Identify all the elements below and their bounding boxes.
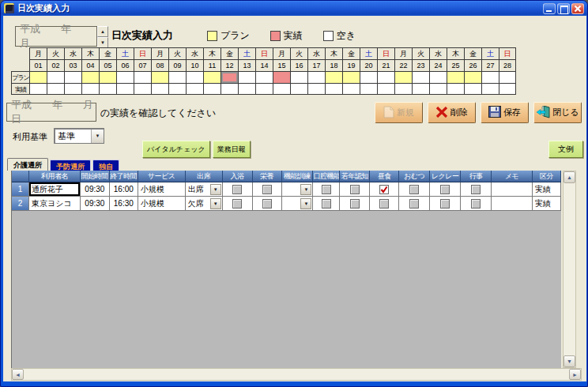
calendar-plan-cell[interactable] bbox=[394, 71, 412, 83]
scroll-left-icon[interactable]: ◄ bbox=[12, 369, 24, 380]
calendar-date-cell[interactable]: 28 bbox=[499, 59, 516, 71]
tab-0[interactable]: 介護通所 bbox=[7, 158, 48, 171]
delete-button[interactable]: 削除 bbox=[428, 102, 476, 123]
calendar-actual-cell[interactable] bbox=[412, 83, 429, 95]
cell-name[interactable]: 通所花子 bbox=[29, 182, 81, 197]
checkbox-event[interactable] bbox=[471, 185, 481, 194]
calendar-date-cell[interactable]: 04 bbox=[81, 59, 99, 71]
calendar-plan-cell[interactable] bbox=[290, 71, 307, 83]
checkbox-diaper[interactable] bbox=[409, 199, 419, 209]
calendar-date-cell[interactable]: 12 bbox=[220, 59, 238, 71]
calendar-plan-cell[interactable] bbox=[307, 71, 325, 83]
calendar-plan-cell[interactable] bbox=[134, 71, 151, 83]
scroll-down-icon[interactable]: ▼ bbox=[564, 355, 575, 367]
dropdown-arrow-icon[interactable]: ▼ bbox=[300, 198, 311, 209]
confirm-date-field[interactable]: 平成 年 月 日 bbox=[6, 103, 96, 122]
cell-attendance[interactable]: 出席▼ bbox=[186, 182, 223, 197]
calendar-actual-cell[interactable] bbox=[255, 83, 273, 95]
calendar-plan-cell[interactable] bbox=[29, 71, 47, 83]
calendar-actual-cell[interactable] bbox=[273, 83, 290, 95]
checkbox-bath[interactable] bbox=[232, 185, 242, 194]
checkbox-lunch[interactable] bbox=[379, 199, 389, 209]
calendar-actual-cell[interactable] bbox=[220, 83, 238, 95]
vital-check-button[interactable]: バイタルチェック bbox=[142, 141, 210, 158]
calendar-plan-cell[interactable] bbox=[464, 71, 481, 83]
calendar-actual-cell[interactable] bbox=[394, 83, 412, 95]
cell-name[interactable]: 東京ヨシコ bbox=[29, 197, 81, 211]
calendar-date-cell[interactable]: 23 bbox=[412, 59, 429, 71]
calendar-plan-cell[interactable] bbox=[447, 71, 464, 83]
calendar-actual-cell[interactable] bbox=[307, 83, 325, 95]
calendar-plan-cell[interactable] bbox=[116, 71, 134, 83]
calendar-actual-cell[interactable] bbox=[325, 83, 342, 95]
calendar-actual-cell[interactable] bbox=[203, 83, 220, 95]
calendar-date-cell[interactable]: 01 bbox=[29, 59, 47, 71]
spin-down-icon[interactable]: ▼ bbox=[97, 37, 108, 48]
calendar-plan-cell[interactable] bbox=[255, 71, 273, 83]
calendar-plan-cell[interactable] bbox=[481, 71, 499, 83]
calendar-plan-cell[interactable] bbox=[203, 71, 220, 83]
checkbox-lunch[interactable] bbox=[379, 185, 389, 194]
close-icon[interactable] bbox=[571, 3, 584, 14]
checkbox-nutrition[interactable] bbox=[262, 185, 272, 194]
calendar-date-cell[interactable]: 06 bbox=[116, 59, 134, 71]
calendar-date-cell[interactable]: 10 bbox=[186, 59, 203, 71]
cell-end[interactable]: 16:00 bbox=[110, 182, 138, 197]
cell-training[interactable]: ▼ bbox=[282, 197, 314, 211]
calendar-date-cell[interactable]: 20 bbox=[360, 59, 377, 71]
calendar-date-cell[interactable]: 19 bbox=[342, 59, 360, 71]
calendar-plan-cell[interactable] bbox=[238, 71, 255, 83]
calendar-date-cell[interactable]: 24 bbox=[429, 59, 447, 71]
checkbox-dementia[interactable] bbox=[350, 185, 360, 194]
calendar-plan-cell[interactable] bbox=[429, 71, 447, 83]
cell-service[interactable]: 小規模 bbox=[138, 182, 186, 197]
maximize-icon[interactable] bbox=[557, 3, 570, 14]
calendar-actual-cell[interactable] bbox=[168, 83, 186, 95]
checkbox-dementia[interactable] bbox=[350, 199, 360, 209]
calendar-plan-cell[interactable] bbox=[151, 71, 168, 83]
calendar-date-cell[interactable]: 03 bbox=[64, 59, 81, 71]
calendar-date-cell[interactable]: 05 bbox=[99, 59, 116, 71]
calendar-actual-cell[interactable] bbox=[116, 83, 134, 95]
cell-training[interactable]: ▼ bbox=[282, 182, 314, 197]
calendar-date-cell[interactable]: 02 bbox=[47, 59, 64, 71]
save-button[interactable]: 保存 bbox=[481, 102, 529, 123]
calendar-actual-cell[interactable] bbox=[64, 83, 81, 95]
cell-service[interactable]: 小規模 bbox=[138, 197, 186, 211]
dropdown-arrow-icon[interactable]: ▼ bbox=[210, 198, 221, 209]
calendar-actual-cell[interactable] bbox=[481, 83, 499, 95]
new-button[interactable]: 新規 bbox=[375, 102, 423, 123]
horizontal-scrollbar[interactable]: ◄ ► bbox=[11, 368, 582, 381]
calendar-actual-cell[interactable] bbox=[29, 83, 47, 95]
cell-start[interactable]: 09:30 bbox=[81, 197, 110, 211]
year-month-field[interactable]: 平成 年 月 bbox=[15, 26, 97, 47]
cell-attendance[interactable]: 欠席▼ bbox=[186, 197, 223, 211]
checkbox-oral[interactable] bbox=[322, 199, 331, 209]
checkbox-oral[interactable] bbox=[322, 185, 331, 194]
checkbox-diaper[interactable] bbox=[409, 185, 419, 194]
calendar-actual-cell[interactable] bbox=[447, 83, 464, 95]
tab-1[interactable]: 予防通所 bbox=[50, 160, 91, 171]
checkbox-event[interactable] bbox=[471, 199, 481, 209]
calendar-plan-cell[interactable] bbox=[360, 71, 377, 83]
calendar-date-cell[interactable]: 22 bbox=[394, 59, 412, 71]
calendar-date-cell[interactable]: 27 bbox=[481, 59, 499, 71]
calendar-plan-cell[interactable] bbox=[342, 71, 360, 83]
spin-up-icon[interactable]: ▲ bbox=[97, 26, 108, 37]
calendar-actual-cell[interactable] bbox=[377, 83, 394, 95]
calendar-actual-cell[interactable] bbox=[342, 83, 360, 95]
calendar-actual-cell[interactable] bbox=[290, 83, 307, 95]
calendar-date-cell[interactable]: 15 bbox=[273, 59, 290, 71]
calendar-date-cell[interactable]: 16 bbox=[290, 59, 307, 71]
calendar-date-cell[interactable]: 26 bbox=[464, 59, 481, 71]
calendar-date-cell[interactable]: 11 bbox=[203, 59, 220, 71]
calendar-date-cell[interactable]: 13 bbox=[238, 59, 255, 71]
checkbox-recreation[interactable] bbox=[440, 199, 450, 209]
calendar-date-cell[interactable]: 17 bbox=[307, 59, 325, 71]
calendar-actual-cell[interactable] bbox=[464, 83, 481, 95]
basis-combobox[interactable]: 基準 ▼ bbox=[54, 128, 104, 144]
calendar-actual-cell[interactable] bbox=[99, 83, 116, 95]
calendar-actual-cell[interactable] bbox=[429, 83, 447, 95]
calendar-date-cell[interactable]: 25 bbox=[447, 59, 464, 71]
calendar-plan-cell[interactable] bbox=[377, 71, 394, 83]
